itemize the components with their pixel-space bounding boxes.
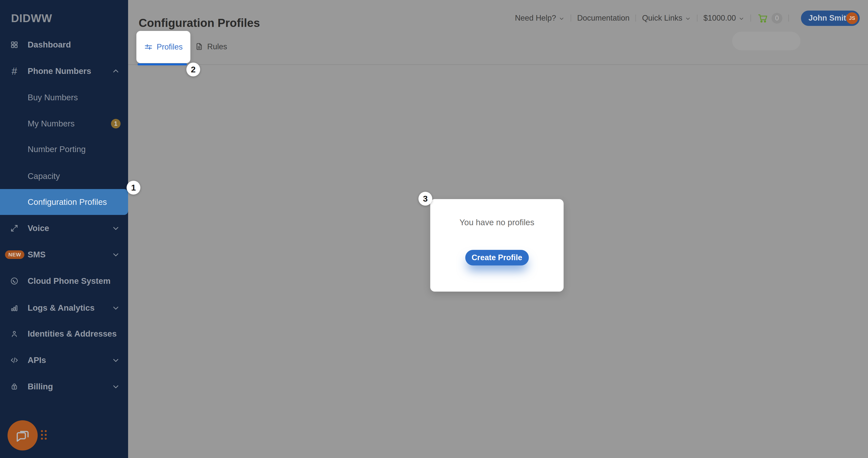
avatar: JS	[846, 12, 858, 24]
user-menu-button[interactable]: John Smith JS	[801, 10, 860, 26]
need-help-label: Need Help?	[515, 13, 556, 23]
balance-amount: $1000.00	[704, 13, 736, 23]
toolbar-divider	[788, 15, 789, 22]
sidebar-item-number-porting[interactable]: Number Porting	[0, 141, 128, 158]
tab-profiles-label: Profiles	[157, 42, 183, 52]
sidebar-item-my-numbers[interactable]: My Numbers 1	[0, 116, 128, 132]
sidebar-item-label: Phone Numbers	[28, 66, 91, 76]
chevron-down-icon	[112, 304, 120, 312]
sidebar-item-configuration-profiles[interactable]: Configuration Profiles	[0, 189, 128, 215]
chevron-down-icon	[685, 16, 691, 22]
chevron-down-icon	[112, 250, 120, 259]
sidebar-item-voice[interactable]: Voice	[0, 220, 128, 236]
svg-text:$: $	[13, 385, 15, 389]
toolbar: Need Help? Documentation Quick Links $10…	[515, 10, 860, 26]
app-root: DIDWW Dashboard # Phone Numbers Buy Numb…	[0, 0, 868, 458]
sidebar: DIDWW Dashboard # Phone Numbers Buy Numb…	[0, 0, 128, 458]
cart-icon	[757, 12, 769, 24]
code-icon	[10, 356, 19, 365]
sidebar-item-label: Buy Numbers	[28, 93, 78, 102]
sidebar-item-label: Dashboard	[28, 40, 71, 50]
empty-state-message: You have no profiles	[430, 218, 564, 227]
tour-step-badge-3: 3	[418, 192, 432, 206]
sidebar-item-apis[interactable]: APIs	[0, 352, 128, 368]
phone-circle-icon	[10, 277, 19, 285]
sidebar-item-buy-numbers[interactable]: Buy Numbers	[0, 89, 128, 106]
bar-chart-icon	[10, 304, 19, 312]
document-icon	[195, 42, 204, 51]
sliders-icon	[144, 43, 153, 51]
chevron-down-icon	[112, 356, 120, 365]
tabbar-divider	[128, 64, 868, 65]
sidebar-item-label: Capacity	[28, 171, 60, 181]
chevron-down-icon	[738, 16, 744, 22]
cart-count-badge: 0	[772, 13, 782, 24]
quick-links-menu[interactable]: Quick Links	[642, 13, 691, 23]
active-tab-indicator	[137, 63, 187, 65]
sidebar-item-label: Logs & Analytics	[28, 303, 95, 313]
user-name: John Smith	[808, 13, 851, 23]
sidebar-item-label: Billing	[28, 382, 53, 391]
sidebar-item-label: My Numbers	[28, 119, 74, 128]
sidebar-item-label: SMS	[28, 250, 46, 259]
sidebar-item-phone-numbers[interactable]: # Phone Numbers	[0, 63, 128, 79]
sidebar-item-logs-analytics[interactable]: Logs & Analytics	[0, 300, 128, 316]
sidebar-item-label: Number Porting	[28, 145, 86, 154]
sidebar-item-billing[interactable]: $ Billing	[0, 378, 128, 395]
new-badge: NEW	[5, 250, 24, 259]
tour-step-badge-2: 2	[186, 63, 200, 77]
sidebar-item-label: Voice	[28, 224, 49, 233]
documentation-link[interactable]: Documentation	[577, 13, 630, 23]
sidebar-item-label: Identities & Addresses	[28, 329, 117, 339]
my-numbers-count-badge: 1	[111, 119, 121, 128]
cart-button[interactable]: 0	[757, 12, 782, 24]
need-help-menu[interactable]: Need Help?	[515, 13, 565, 23]
create-profile-button[interactable]: Create Profile	[465, 250, 529, 265]
chat-widget-button[interactable]	[7, 420, 38, 451]
chevron-up-icon	[112, 67, 120, 76]
toolbar-divider	[636, 15, 636, 22]
didww-logo: DIDWW	[11, 12, 52, 25]
sidebar-item-label: Cloud Phone System	[28, 276, 111, 286]
money-bag-icon: $	[10, 382, 19, 391]
balance-menu[interactable]: $1000.00	[704, 13, 744, 23]
tab-rules-label: Rules	[207, 42, 227, 51]
sidebar-item-dashboard[interactable]: Dashboard	[0, 37, 128, 53]
tour-step-badge-1: 1	[127, 181, 141, 195]
tab-profiles[interactable]: Profiles	[136, 31, 190, 63]
chevron-down-icon	[112, 224, 120, 232]
chevron-down-icon	[559, 16, 565, 22]
sidebar-item-sms[interactable]: NEW SMS	[0, 247, 128, 263]
tab-rules[interactable]: Rules	[195, 40, 227, 54]
chat-drag-handle[interactable]	[41, 430, 47, 440]
sidebar-item-cloud-phone-system[interactable]: Cloud Phone System	[0, 273, 128, 289]
toolbar-divider	[697, 15, 698, 22]
sidebar-item-capacity[interactable]: Capacity	[0, 168, 128, 184]
empty-state-card: You have no profiles Create Profile	[430, 199, 564, 292]
dashboard-grid-icon	[10, 40, 19, 49]
chat-bubbles-icon	[14, 427, 31, 443]
toolbar-divider	[570, 15, 571, 22]
page-title: Configuration Profiles	[138, 16, 260, 30]
toolbar-divider	[750, 15, 751, 22]
voice-arrows-icon	[10, 224, 19, 232]
documentation-label: Documentation	[577, 13, 630, 23]
chevron-down-icon	[112, 382, 120, 391]
dimmed-highlight-remnant	[732, 32, 800, 50]
sidebar-item-label: Configuration Profiles	[28, 197, 107, 207]
sidebar-item-label: APIs	[28, 355, 46, 365]
sidebar-item-identities-addresses[interactable]: Identities & Addresses	[0, 326, 128, 342]
person-icon	[10, 330, 19, 338]
hash-icon: #	[10, 67, 19, 76]
quick-links-label: Quick Links	[642, 13, 682, 23]
